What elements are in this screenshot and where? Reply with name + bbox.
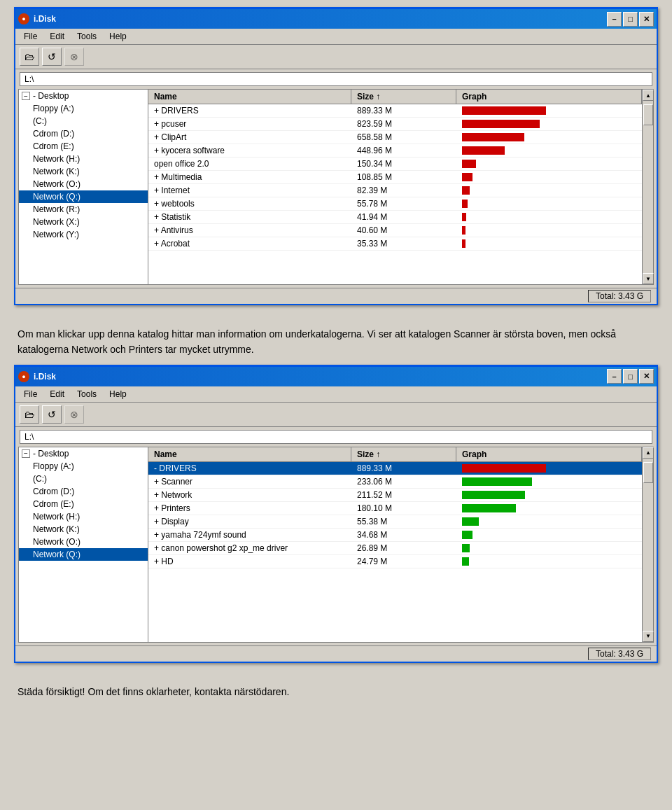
- path-bar-2[interactable]: L:\: [20, 430, 652, 444]
- cell-name: + Acrobat: [148, 237, 351, 250]
- tree-item-net-h-2[interactable]: Network (H:): [19, 510, 148, 523]
- table-row[interactable]: + ClipArt 658.58 M: [148, 131, 642, 144]
- minimize-button-2[interactable]: –: [607, 369, 622, 384]
- refresh-button-2[interactable]: ↺: [42, 405, 62, 424]
- menu-tools-1[interactable]: Tools: [71, 30, 102, 43]
- table-row[interactable]: - DRIVERS 889.33 M: [148, 462, 642, 475]
- description-text: Om man klickar upp denna katalog hittar …: [14, 319, 658, 365]
- col-name-1[interactable]: Name: [148, 90, 351, 104]
- table-row[interactable]: + yamaha 724ymf sound 34.68 M: [148, 529, 642, 542]
- col-size-2[interactable]: Size ↑: [351, 447, 456, 461]
- menu-help-1[interactable]: Help: [104, 30, 132, 43]
- tree-item-net-o-2[interactable]: Network (O:): [19, 536, 148, 548]
- content-area-1: − - Desktop Floppy (A:) (C:) Cdrom (D:) …: [18, 89, 654, 285]
- table-row[interactable]: + kyocera software 448.96 M: [148, 144, 642, 158]
- tree-item-net-h-1[interactable]: Network (H:): [19, 153, 148, 165]
- tree-item-floppy-2[interactable]: Floppy (A:): [19, 460, 148, 473]
- tree-item-net-k-2[interactable]: Network (K:): [19, 523, 148, 536]
- scroll-track-2[interactable]: [643, 459, 653, 631]
- close-button-1[interactable]: ✕: [639, 12, 654, 27]
- table-row[interactable]: + Printers 180.10 M: [148, 502, 642, 515]
- col-graph-1[interactable]: Graph: [456, 90, 642, 104]
- menu-edit-2[interactable]: Edit: [44, 388, 70, 400]
- scroll-down-1[interactable]: ▼: [643, 273, 654, 284]
- table-row[interactable]: + canon powershot g2 xp_me driver 26.89 …: [148, 542, 642, 555]
- cell-graph: [456, 238, 642, 249]
- table-row[interactable]: + pcuser 823.59 M: [148, 118, 642, 131]
- table-row[interactable]: + Network 211.52 M: [148, 489, 642, 502]
- tree-item-cdrom-e-1[interactable]: Cdrom (E:): [19, 140, 148, 153]
- graph-bar: [462, 491, 525, 499]
- tree-item-net-x-1[interactable]: Network (X:): [19, 216, 148, 228]
- tree-item-net-r-1[interactable]: Network (R:): [19, 203, 148, 216]
- table-row[interactable]: + Antivirus 40.60 M: [148, 224, 642, 237]
- table-row[interactable]: + DRIVERS 889.33 M: [148, 104, 642, 118]
- tree-label-floppy-2: Floppy (A:): [33, 461, 74, 471]
- cell-size: 82.39 M: [351, 184, 456, 197]
- table-row[interactable]: open office 2.0 150.34 M: [148, 158, 642, 171]
- table-row[interactable]: + Statistik 41.94 M: [148, 211, 642, 224]
- menu-file-2[interactable]: File: [18, 388, 43, 400]
- cell-size: 34.68 M: [351, 529, 456, 541]
- stop-button-1[interactable]: ⊗: [64, 48, 84, 66]
- col-name-2[interactable]: Name: [148, 447, 351, 461]
- tree-panel-1: − - Desktop Floppy (A:) (C:) Cdrom (D:) …: [19, 90, 148, 284]
- cell-size: 35.33 M: [351, 237, 456, 250]
- tree-label-cdrom-e-1: Cdrom (E:): [33, 141, 74, 151]
- graph-bar: [462, 200, 468, 208]
- open-folder-button-1[interactable]: 🗁: [20, 48, 39, 66]
- cell-name: + Statistik: [148, 211, 351, 223]
- tree-item-desktop-2[interactable]: − - Desktop: [19, 447, 148, 460]
- close-button-2[interactable]: ✕: [639, 369, 654, 384]
- table-row[interactable]: + Internet 82.39 M: [148, 184, 642, 197]
- minimize-button-1[interactable]: –: [607, 12, 622, 27]
- table-row[interactable]: + Multimedia 108.85 M: [148, 171, 642, 184]
- scroll-down-2[interactable]: ▼: [643, 631, 654, 642]
- table-row[interactable]: + Scanner 233.06 M: [148, 475, 642, 489]
- tree-collapse-2[interactable]: −: [22, 449, 30, 458]
- stop-button-2[interactable]: ⊗: [64, 405, 84, 424]
- tree-item-floppy-1[interactable]: Floppy (A:): [19, 102, 148, 115]
- tree-item-c-1[interactable]: (C:): [19, 115, 148, 127]
- tree-item-net-k-1[interactable]: Network (K:): [19, 165, 148, 178]
- cell-name: open office 2.0: [148, 158, 351, 170]
- cell-size: 24.79 M: [351, 555, 456, 568]
- table-row[interactable]: + HD 24.79 M: [148, 555, 642, 568]
- col-size-1[interactable]: Size ↑: [351, 90, 456, 104]
- cell-size: 658.58 M: [351, 131, 456, 144]
- tree-item-net-o-1[interactable]: Network (O:): [19, 178, 148, 190]
- cell-name: + kyocera software: [148, 144, 351, 157]
- scroll-thumb-2[interactable]: [643, 462, 653, 483]
- content-area-2: − - Desktop Floppy (A:) (C:) Cdrom (D:) …: [18, 447, 654, 643]
- table-row[interactable]: + webtools 55.78 M: [148, 197, 642, 211]
- maximize-button-1[interactable]: □: [623, 12, 638, 27]
- cell-name: + pcuser: [148, 118, 351, 130]
- scroll-up-1[interactable]: ▲: [643, 90, 654, 101]
- menu-edit-1[interactable]: Edit: [44, 30, 70, 43]
- menu-file-1[interactable]: File: [18, 30, 43, 43]
- menu-help-2[interactable]: Help: [104, 388, 132, 400]
- table-row[interactable]: + Display 55.38 M: [148, 515, 642, 529]
- tree-collapse-1[interactable]: −: [22, 92, 30, 100]
- tree-item-net-q-1[interactable]: Network (Q:): [19, 190, 148, 203]
- refresh-button-1[interactable]: ↺: [42, 48, 62, 66]
- tree-item-desktop-1[interactable]: − - Desktop: [19, 90, 148, 102]
- tree-item-cdrom-d-2[interactable]: Cdrom (D:): [19, 485, 148, 498]
- scroll-track-1[interactable]: [643, 101, 653, 273]
- tree-item-c-2[interactable]: (C:): [19, 473, 148, 485]
- tree-item-net-q-2[interactable]: Network (Q:): [19, 548, 148, 561]
- path-bar-1[interactable]: L:\: [20, 72, 652, 86]
- cell-name: + webtools: [148, 197, 351, 210]
- tree-item-net-y-1[interactable]: Network (Y:): [19, 228, 148, 241]
- maximize-button-2[interactable]: □: [623, 369, 638, 384]
- graph-bar: [462, 120, 540, 128]
- table-row[interactable]: + Acrobat 35.33 M: [148, 237, 642, 251]
- tree-item-cdrom-d-1[interactable]: Cdrom (D:): [19, 127, 148, 140]
- cell-graph: [456, 556, 642, 567]
- col-graph-2[interactable]: Graph: [456, 447, 642, 461]
- scroll-up-2[interactable]: ▲: [643, 447, 654, 459]
- open-folder-button-2[interactable]: 🗁: [20, 405, 39, 424]
- tree-item-cdrom-e-2[interactable]: Cdrom (E:): [19, 498, 148, 510]
- menu-tools-2[interactable]: Tools: [71, 388, 102, 400]
- scroll-thumb-1[interactable]: [643, 104, 653, 125]
